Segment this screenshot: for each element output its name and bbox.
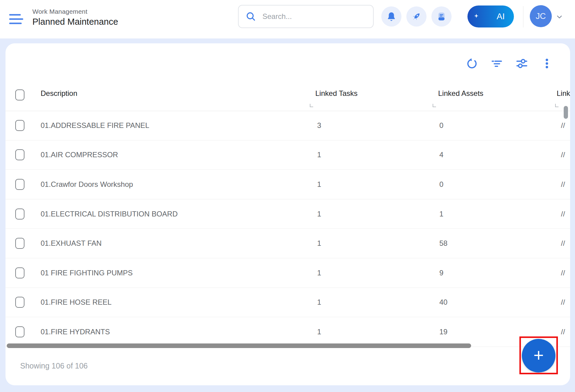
column-header-linked-tasks[interactable]: Linked Tasks xyxy=(315,89,357,98)
ai-button-label: AI xyxy=(497,12,505,21)
rocket-icon xyxy=(411,11,422,22)
add-button[interactable]: + xyxy=(522,339,555,372)
title-block: Work Management Planned Maintenance xyxy=(32,8,118,27)
linked-tasks-cell: 1 xyxy=(317,199,321,229)
table-header: Description Linked Tasks Linked Assets L… xyxy=(5,43,570,111)
search-box[interactable] xyxy=(238,5,374,28)
linked-tasks-cell: 1 xyxy=(317,258,321,288)
menu-icon[interactable] xyxy=(9,14,23,26)
avatar[interactable]: JC xyxy=(530,5,552,27)
description-cell: 01.ELECTRICAL DISTRIBUTION BOARD xyxy=(41,199,178,229)
linked-assets-cell: 19 xyxy=(439,317,448,347)
description-cell: 01.Crawfor Doors Workshop xyxy=(41,170,133,199)
linked-tasks-cell: 1 xyxy=(317,229,321,258)
overflow-cell: // xyxy=(561,258,565,288)
row-checkbox[interactable] xyxy=(15,209,24,220)
plus-icon: + xyxy=(533,346,544,364)
linked-assets-cell: 0 xyxy=(439,170,443,199)
row-checkbox[interactable] xyxy=(15,238,24,249)
page-title: Planned Maintenance xyxy=(32,17,118,27)
column-header-truncated[interactable]: Linked xyxy=(557,89,570,98)
table-row[interactable]: 01.FIRE HYDRANTS 1 19 // xyxy=(5,317,570,347)
sparkle-icon xyxy=(474,14,478,18)
top-bar: Work Management Planned Maintenance xyxy=(0,0,575,38)
overflow-cell: // xyxy=(561,229,565,258)
notebook-icon xyxy=(436,11,447,22)
chevron-down-icon[interactable] xyxy=(555,13,563,21)
linked-assets-cell: 9 xyxy=(439,258,443,288)
overflow-cell: // xyxy=(561,199,565,229)
table-row[interactable]: 01.AIR COMPRESSOR 1 4 // xyxy=(5,140,570,170)
description-cell: 01.FIRE HYDRANTS xyxy=(41,317,110,347)
overflow-cell: // xyxy=(561,288,565,317)
table-body: 01.ADDRESSABLE FIRE PANEL 3 0 // 01.AIR … xyxy=(5,111,570,347)
row-checkbox[interactable] xyxy=(15,326,24,337)
overflow-cell: // xyxy=(561,140,565,170)
linked-assets-cell: 4 xyxy=(439,140,443,170)
table-row[interactable]: 01.EXHUAST FAN 1 58 // xyxy=(5,229,570,258)
linked-assets-cell: 40 xyxy=(439,288,448,317)
linked-tasks-cell: 1 xyxy=(317,170,321,199)
table-row[interactable]: 01 FIRE FIGHTING PUMPS 1 9 // xyxy=(5,258,570,288)
description-cell: 01.EXHUAST FAN xyxy=(41,229,102,258)
linked-assets-cell: 0 xyxy=(439,111,443,140)
linked-tasks-cell: 1 xyxy=(317,140,321,170)
table-row[interactable]: 01.ADDRESSABLE FIRE PANEL 3 0 // xyxy=(5,111,570,140)
linked-assets-cell: 1 xyxy=(439,199,443,229)
description-cell: 01.AIR COMPRESSOR xyxy=(41,140,118,170)
column-resize-mark xyxy=(310,104,313,107)
overflow-cell: // xyxy=(561,317,565,347)
linked-assets-cell: 58 xyxy=(439,229,448,258)
breadcrumb: Work Management xyxy=(32,8,118,15)
status-text: Showing 106 of 106 xyxy=(20,361,88,370)
header-divider xyxy=(523,6,523,27)
row-checkbox[interactable] xyxy=(15,267,24,278)
notifications-button[interactable] xyxy=(381,6,401,27)
column-header-linked-assets[interactable]: Linked Assets xyxy=(438,89,483,98)
content-card: Description Linked Tasks Linked Assets L… xyxy=(5,43,570,385)
row-checkbox[interactable] xyxy=(15,179,24,190)
menu-bar xyxy=(9,18,23,20)
row-checkbox[interactable] xyxy=(15,297,24,308)
row-checkbox[interactable] xyxy=(15,120,24,131)
row-checkbox[interactable] xyxy=(15,149,24,160)
ai-assistant-button[interactable]: AI xyxy=(467,5,514,27)
vertical-scrollbar[interactable] xyxy=(564,106,568,119)
horizontal-scrollbar[interactable] xyxy=(7,343,471,348)
search-input[interactable] xyxy=(262,12,361,21)
column-header-description[interactable]: Description xyxy=(41,89,77,98)
overflow-cell: // xyxy=(561,170,565,199)
description-cell: 01.FIRE HOSE REEL xyxy=(41,288,112,317)
menu-bar xyxy=(9,23,22,24)
menu-bar xyxy=(9,14,21,16)
avatar-initials: JC xyxy=(536,12,546,21)
select-all-checkbox[interactable] xyxy=(15,89,24,100)
table-row[interactable]: 01.ELECTRICAL DISTRIBUTION BOARD 1 1 // xyxy=(5,199,570,229)
linked-tasks-cell: 3 xyxy=(317,111,321,140)
rocket-button[interactable] xyxy=(406,6,427,27)
search-icon xyxy=(245,11,256,22)
table-row[interactable]: 01.Crawfor Doors Workshop 1 0 // xyxy=(5,170,570,199)
bell-icon xyxy=(386,11,397,22)
column-resize-mark xyxy=(555,104,559,107)
description-cell: 01 FIRE FIGHTING PUMPS xyxy=(41,258,133,288)
linked-tasks-cell: 1 xyxy=(317,317,321,347)
table-row[interactable]: 01.FIRE HOSE REEL 1 40 // xyxy=(5,288,570,318)
linked-tasks-cell: 1 xyxy=(317,288,321,317)
notebook-button[interactable] xyxy=(431,6,452,27)
column-resize-mark xyxy=(433,104,436,107)
description-cell: 01.ADDRESSABLE FIRE PANEL xyxy=(41,111,149,140)
